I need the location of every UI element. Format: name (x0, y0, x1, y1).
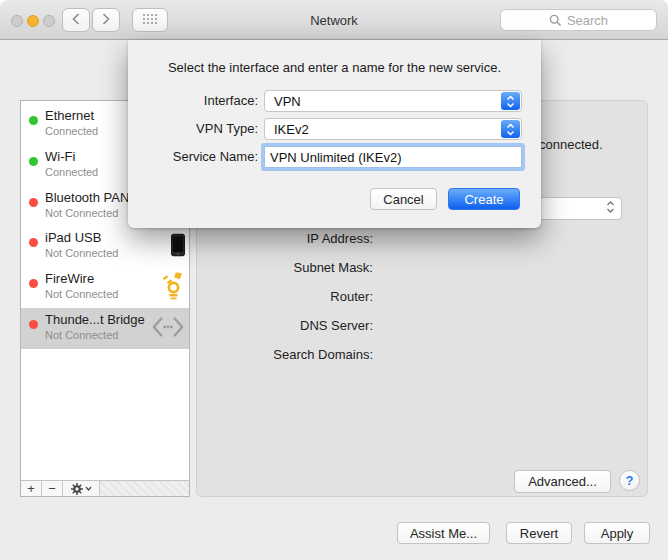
chevron-left-icon (72, 11, 80, 29)
service-name: Thunde...t Bridge (45, 312, 145, 327)
window-title: Network (234, 13, 434, 28)
minimize-button[interactable] (27, 15, 39, 27)
list-item-thunderbolt-bridge[interactable]: Thunde...t Bridge Not Connected (21, 308, 189, 349)
back-button[interactable] (62, 8, 90, 32)
status-dot-red (29, 198, 38, 207)
gear-icon (71, 483, 83, 495)
vpn-type-label: VPN Type: (128, 121, 258, 136)
service-status: Not Connected (45, 329, 118, 341)
service-name: Wi-Fi (45, 149, 75, 164)
service-status: Connected (45, 166, 98, 178)
service-status: Not Connected (45, 207, 118, 219)
search-input[interactable]: Search (500, 9, 657, 31)
vpn-type-value: IKEv2 (274, 122, 309, 137)
dns-server-label: DNS Server: (197, 318, 373, 336)
apply-button[interactable]: Apply (584, 522, 650, 544)
chevron-right-icon (102, 11, 110, 29)
service-status: Connected (45, 125, 98, 137)
vpn-type-popup[interactable]: IKEv2 (264, 118, 522, 140)
popup-stepper-icon (606, 200, 615, 218)
list-item-firewire[interactable]: FireWire Not Connected (21, 267, 189, 308)
assist-me-button[interactable]: Assist Me... (397, 522, 490, 544)
ipad-icon (171, 233, 185, 260)
status-text: connected. (539, 137, 603, 152)
service-name-input[interactable] (264, 146, 522, 168)
popup-stepper-icon (501, 120, 520, 138)
sheet-message: Select the interface and enter a name fo… (128, 60, 541, 75)
network-preferences-window: Network Search connected. IP Address: Su… (0, 0, 668, 560)
firewire-icon (162, 272, 185, 303)
service-name: Bluetooth PAN (45, 190, 129, 205)
new-service-sheet: Select the interface and enter a name fo… (128, 40, 541, 228)
search-domains-label: Search Domains: (197, 347, 373, 365)
list-footer-filler (100, 481, 189, 496)
help-button[interactable]: ? (619, 470, 640, 491)
status-dot-red (29, 238, 38, 247)
zoom-button[interactable] (43, 15, 55, 27)
revert-button[interactable]: Revert (506, 522, 572, 544)
service-status: Not Connected (45, 288, 118, 300)
show-all-button[interactable] (132, 8, 168, 32)
service-name: Ethernet (45, 108, 94, 123)
thunderbolt-bridge-icon (151, 314, 185, 344)
advanced-button[interactable]: Advanced... (514, 470, 611, 493)
router-label: Router: (197, 289, 373, 307)
grid-icon (142, 11, 158, 29)
list-item-ipad-usb[interactable]: iPad USB Not Connected (21, 226, 189, 267)
add-service-button[interactable]: + (21, 481, 42, 496)
service-status: Not Connected (45, 247, 118, 259)
interface-label: Interface: (128, 93, 258, 108)
service-name-label: Service Name: (128, 149, 258, 164)
search-placeholder: Search (567, 13, 608, 28)
service-name: FireWire (45, 271, 94, 286)
list-footer: + − (21, 480, 189, 496)
status-dot-red (29, 320, 38, 329)
search-icon (549, 14, 562, 27)
status-dot-green (29, 116, 38, 125)
chevron-down-icon (85, 486, 92, 491)
status-dot-red (29, 279, 38, 288)
subnet-mask-label: Subnet Mask: (197, 260, 373, 278)
ip-address-label: IP Address: (197, 231, 373, 249)
cancel-button[interactable]: Cancel (370, 188, 437, 210)
close-button[interactable] (11, 15, 23, 27)
toolbar: Network Search (0, 0, 668, 40)
status-dot-green (29, 157, 38, 166)
remove-service-button[interactable]: − (42, 481, 63, 496)
forward-button[interactable] (92, 8, 120, 32)
action-menu-button[interactable] (63, 481, 100, 496)
popup-stepper-icon (501, 92, 520, 110)
create-button[interactable]: Create (448, 188, 520, 210)
interface-popup[interactable]: VPN (264, 90, 522, 112)
interface-value: VPN (274, 94, 301, 109)
service-name: iPad USB (45, 230, 101, 245)
